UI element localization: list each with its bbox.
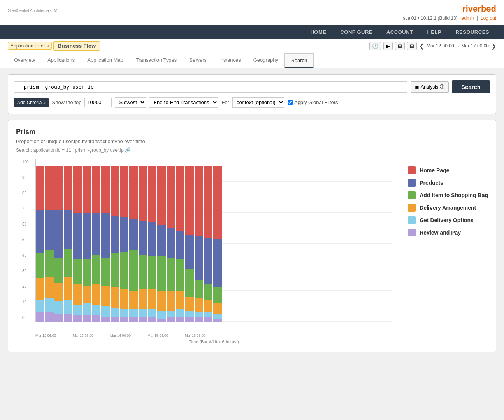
- bar-group: [73, 166, 82, 322]
- search-button[interactable]: Search: [452, 80, 490, 93]
- tab-application-map[interactable]: Application Map: [81, 53, 130, 68]
- tab-overview[interactable]: Overview: [8, 53, 41, 68]
- bar-segment-products: [129, 219, 138, 250]
- bar-segment-delivery: [195, 298, 203, 312]
- bar-segment-add: [148, 256, 156, 289]
- bar-group: [213, 166, 222, 322]
- bar-segment-get_del: [83, 303, 91, 315]
- bar-segment-review: [54, 314, 63, 322]
- stacked-chart: Proportion of User.Ips 01020304050607080…: [35, 159, 392, 322]
- bar-segment-home: [195, 166, 203, 236]
- legend-label-delivery: Delivery Arrangement: [420, 205, 476, 211]
- bar-segment-add: [157, 256, 166, 290]
- filter-bar: Application Filter × Business Flow 🕐 ▶ ⊞…: [0, 39, 504, 53]
- search-row1: ▣ Analysis ⓘ Search: [14, 80, 490, 93]
- bar-segment-get_del: [148, 309, 156, 317]
- bar-segment-products: [36, 210, 44, 253]
- tab-instances[interactable]: Instances: [213, 53, 247, 68]
- bar-segment-delivery: [148, 289, 156, 309]
- bar-group: [83, 166, 91, 322]
- admin-link[interactable]: admin: [462, 16, 474, 21]
- user-info: scai01 • 10.12.1 (Build 13) admin | Log …: [403, 16, 496, 21]
- search-link-icon[interactable]: 🔗: [125, 147, 131, 153]
- filter-tag-label: Application Filter: [11, 43, 45, 49]
- time-prev[interactable]: ❮: [419, 42, 424, 50]
- chevrons-icon: »: [43, 100, 46, 105]
- x-label: [204, 334, 212, 338]
- bar-segment-delivery: [64, 276, 72, 300]
- bar-segment-products: [157, 225, 166, 256]
- tab-applications[interactable]: Applications: [41, 53, 81, 68]
- add-criteria-button[interactable]: Add Criteria »: [14, 98, 49, 107]
- slowest-select[interactable]: SlowestFastestAll: [115, 97, 146, 108]
- show-top-input[interactable]: [84, 98, 112, 107]
- nav-resources[interactable]: RESOURCES: [448, 25, 496, 39]
- context-select[interactable]: context (optional): [232, 97, 284, 108]
- bar-segment-products: [83, 213, 91, 259]
- bar-segment-add: [73, 259, 82, 284]
- bar-segment-add: [185, 269, 194, 297]
- legend-color-get-delivery: [408, 216, 416, 224]
- x-label: [101, 334, 109, 338]
- bar-segment-products: [204, 238, 212, 284]
- info-icon: ⓘ: [440, 84, 444, 90]
- chart-area: Proportion of User.Ips 01020304050607080…: [16, 159, 392, 344]
- filter-left: Application Filter × Business Flow: [8, 41, 100, 51]
- logout-link[interactable]: Log out: [481, 16, 496, 21]
- apply-filters-checkbox[interactable]: [288, 100, 293, 105]
- nav-home[interactable]: HOME: [303, 25, 333, 39]
- filter-tag-close[interactable]: ×: [47, 44, 49, 48]
- bar-segment-delivery: [92, 284, 100, 304]
- transaction-type-select[interactable]: End-to-End TransactionsServer Transactio…: [149, 97, 218, 108]
- bar-segment-review: [120, 317, 128, 322]
- bar-group: [195, 166, 203, 322]
- bar-segment-home: [213, 166, 222, 239]
- x-label: [91, 334, 100, 338]
- nav-account[interactable]: ACCOUNT: [379, 25, 420, 39]
- analysis-button[interactable]: ▣ Analysis ⓘ: [411, 81, 449, 93]
- tab-search[interactable]: Search: [284, 53, 314, 68]
- filter-right: 🕐 ▶ ⊞ ⊟ ❮ Mar 12 00:00 → Mar 17 00:00 ❯: [369, 42, 496, 50]
- bar-segment-products: [64, 210, 72, 248]
- bar-segment-get_del: [204, 312, 212, 317]
- tab-geography[interactable]: Geography: [247, 53, 284, 68]
- search-input[interactable]: [14, 81, 407, 93]
- time-clock-btn[interactable]: 🕐: [369, 42, 381, 50]
- time-grid-btn1[interactable]: ⊞: [395, 42, 405, 50]
- bar-group: [101, 166, 110, 322]
- x-label: [194, 334, 203, 338]
- bar-segment-review: [139, 317, 147, 322]
- header-right: riverbed scai01 • 10.12.1 (Build 13) adm…: [403, 4, 496, 21]
- bar-segment-products: [54, 210, 63, 258]
- bar-segment-get_del: [45, 298, 54, 312]
- legend-item-products: Products: [408, 179, 488, 187]
- bar-segment-delivery: [213, 303, 222, 314]
- x-label: [166, 334, 175, 338]
- bar-segment-add: [36, 253, 44, 278]
- time-grid-btn2[interactable]: ⊟: [407, 42, 417, 50]
- time-back-btn[interactable]: ▶: [383, 42, 393, 50]
- bar-segment-get_del: [73, 304, 82, 315]
- bar-group: [36, 166, 44, 322]
- legend-color-add-item: [408, 191, 416, 199]
- x-label: [119, 334, 128, 338]
- bar-segment-products: [111, 216, 119, 253]
- tab-transaction-types[interactable]: Transaction Types: [130, 53, 183, 68]
- bar-segment-home: [73, 166, 82, 213]
- bar-segment-delivery: [36, 278, 44, 300]
- tab-servers[interactable]: Servers: [183, 53, 213, 68]
- x-axis-title: Time (Bar Width: 6 hours ): [35, 340, 392, 344]
- legend-item-get-delivery: Get Delivery Options: [408, 216, 488, 224]
- nav-help[interactable]: HELP: [420, 25, 448, 39]
- bar-segment-add: [129, 250, 138, 290]
- bar-segment-review: [92, 315, 100, 322]
- nav-configure[interactable]: CONFIGURE: [333, 25, 379, 39]
- bar-segment-get_del: [120, 309, 128, 317]
- chart-search-info: Search: application.id = 11 | prism -gro…: [16, 147, 488, 153]
- bar-segment-review: [213, 318, 222, 322]
- bar-segment-get_del: [176, 309, 184, 317]
- time-next[interactable]: ❯: [491, 42, 496, 50]
- legend-item-review-pay: Review and Pay: [408, 229, 488, 236]
- bar-segment-home: [111, 166, 119, 216]
- x-label: [82, 334, 91, 338]
